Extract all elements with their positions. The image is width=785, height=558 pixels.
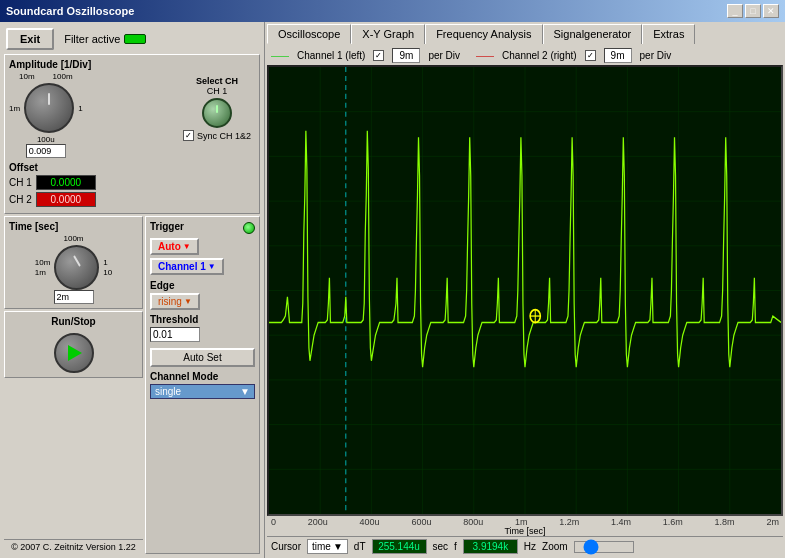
offset-title: Offset xyxy=(9,162,255,173)
run-stop-panel: Run/Stop xyxy=(4,311,143,378)
window-title: Soundcard Oszilloscope xyxy=(6,5,134,17)
maximize-button[interactable]: □ xyxy=(745,4,761,18)
ch2-offset-display[interactable]: 0.0000 xyxy=(36,192,96,207)
tab-oscilloscope[interactable]: Oscilloscope xyxy=(267,24,351,44)
ch2-offset-row: CH 2 0.0000 xyxy=(9,192,255,207)
tab-signalgenerator[interactable]: Signalgenerator xyxy=(543,24,643,44)
cursor-type-dropdown[interactable]: time ▼ xyxy=(307,539,348,554)
ch2-color-indicator: —— xyxy=(476,51,494,61)
tab-bar[interactable]: Oscilloscope X-Y Graph Frequency Analysi… xyxy=(267,24,783,44)
channel-mode-area: Channel Mode single ▼ xyxy=(150,371,255,399)
amplitude-knob-area: 10m 100m 1m 1 100u xyxy=(9,72,83,158)
dt-label: dT xyxy=(354,541,366,552)
ch2-per-div-input[interactable] xyxy=(604,48,632,63)
copyright: © 2007 C. Zeitnitz Version 1.22 xyxy=(4,539,143,554)
title-bar: Soundcard Oszilloscope _ □ ✕ xyxy=(0,0,785,22)
filter-led xyxy=(124,34,146,44)
trigger-led xyxy=(243,222,255,234)
ch2-bar-label: Channel 2 (right) xyxy=(502,50,576,61)
trigger-title: Trigger xyxy=(150,221,184,232)
time-title: Time [sec] xyxy=(9,221,138,232)
amplitude-title: Amplitude [1/Div] xyxy=(9,59,255,70)
left-lower: Time [sec] 100m 10m 1m xyxy=(4,216,143,554)
f-unit: Hz xyxy=(524,541,536,552)
threshold-input[interactable] xyxy=(150,327,200,342)
ch1-offset-row: CH 1 0.0000 xyxy=(9,175,255,190)
amp-label-1: 1 xyxy=(78,104,82,113)
exit-button[interactable]: Exit xyxy=(6,28,54,50)
ch1-select-knob[interactable] xyxy=(202,98,232,128)
left-panel: Exit Filter active Amplitude [1/Div] 10m… xyxy=(0,22,265,558)
amp-label-10m: 10m xyxy=(19,72,35,81)
cursor-bar: Cursor time ▼ dT 255.144u sec f 3.9194k … xyxy=(267,536,783,556)
tab-extras[interactable]: Extras xyxy=(642,24,695,44)
run-stop-title: Run/Stop xyxy=(51,316,95,327)
trigger-mode-dropdown[interactable]: Auto ▼ xyxy=(150,238,199,255)
ch2-offset-label: CH 2 xyxy=(9,194,32,205)
amp-label-1m: 1m xyxy=(9,104,20,113)
cursor-type-arrow: ▼ xyxy=(333,541,343,552)
time-value-input[interactable] xyxy=(54,290,94,304)
ch1-label: CH 1 xyxy=(183,86,251,96)
ch2-checkbox[interactable]: ✓ xyxy=(585,50,596,61)
f-value-display: 3.9194k xyxy=(463,539,518,554)
play-icon xyxy=(68,345,82,361)
select-ch-label: Select CH xyxy=(183,76,251,86)
time-axis-label: Time [sec] xyxy=(267,526,783,536)
right-panel: Oscilloscope X-Y Graph Frequency Analysi… xyxy=(265,22,785,558)
ch1-bar-label: Channel 1 (left) xyxy=(297,50,365,61)
window-controls[interactable]: _ □ ✕ xyxy=(727,4,779,18)
trigger-ch-arrow: ▼ xyxy=(208,262,216,271)
edge-arrow: ▼ xyxy=(184,297,192,306)
channel-mode-value: single xyxy=(155,386,181,397)
run-stop-button[interactable] xyxy=(54,333,94,373)
auto-set-button[interactable]: Auto Set xyxy=(150,348,255,367)
trigger-channel-dropdown[interactable]: Channel 1 ▼ xyxy=(150,258,224,275)
ch1-checkbox[interactable]: ✓ xyxy=(373,50,384,61)
main-content: Exit Filter active Amplitude [1/Div] 10m… xyxy=(0,22,785,558)
threshold-label: Threshold xyxy=(150,314,255,325)
filter-active-area: Filter active xyxy=(64,33,146,45)
amp-label-100m: 100m xyxy=(53,72,73,81)
time-label-100m: 100m xyxy=(63,234,83,243)
time-label-10m: 10m xyxy=(35,258,51,267)
amplitude-knob[interactable] xyxy=(24,83,74,133)
offset-area: Offset CH 1 0.0000 CH 2 0.0000 xyxy=(9,162,255,207)
ch1-per-div-input[interactable] xyxy=(392,48,420,63)
sync-checkbox[interactable]: ✓ xyxy=(183,130,194,141)
ch2-per-div-unit: per Div xyxy=(640,50,672,61)
f-label: f xyxy=(454,541,457,552)
lower-panels: Time [sec] 100m 10m 1m xyxy=(4,216,260,554)
time-label-1m: 1m xyxy=(35,268,51,277)
tab-frequency-analysis[interactable]: Frequency Analysis xyxy=(425,24,542,44)
dt-unit: sec xyxy=(433,541,449,552)
trigger-panel: Trigger Auto ▼ Channel 1 ▼ Edge xyxy=(145,216,260,554)
time-panel: Time [sec] 100m 10m 1m xyxy=(4,216,143,309)
sync-label: Sync CH 1&2 xyxy=(197,131,251,141)
ch1-offset-label: CH 1 xyxy=(9,177,32,188)
zoom-label: Zoom xyxy=(542,541,568,552)
minimize-button[interactable]: _ xyxy=(727,4,743,18)
time-label-10: 10 xyxy=(103,268,112,277)
top-bar: Exit Filter active xyxy=(4,26,260,52)
select-ch-area: Select CH CH 1 ✓ Sync CH 1&2 xyxy=(183,76,251,141)
close-button[interactable]: ✕ xyxy=(763,4,779,18)
time-knob[interactable] xyxy=(54,245,99,290)
waveform-display xyxy=(269,67,781,514)
ch1-color-indicator: —— xyxy=(271,51,289,61)
amplitude-value-input[interactable] xyxy=(26,144,66,158)
ch1-offset-display[interactable]: 0.0000 xyxy=(36,175,96,190)
zoom-slider[interactable] xyxy=(574,541,634,553)
edge-dropdown[interactable]: rising ▼ xyxy=(150,293,200,310)
tab-xy-graph[interactable]: X-Y Graph xyxy=(351,24,425,44)
amplitude-panel: Amplitude [1/Div] 10m 100m 1m 1 xyxy=(4,54,260,214)
cursor-label: Cursor xyxy=(271,541,301,552)
sync-check[interactable]: ✓ Sync CH 1&2 xyxy=(183,130,251,141)
oscilloscope-screen[interactable] xyxy=(267,65,783,516)
channel-mode-arrow: ▼ xyxy=(240,386,250,397)
amp-label-100u: 100u xyxy=(37,135,55,144)
channel-mode-label: Channel Mode xyxy=(150,371,255,382)
cursor-type-value: time xyxy=(312,541,331,552)
channel-mode-dropdown[interactable]: single ▼ xyxy=(150,384,255,399)
dt-value-display: 255.144u xyxy=(372,539,427,554)
